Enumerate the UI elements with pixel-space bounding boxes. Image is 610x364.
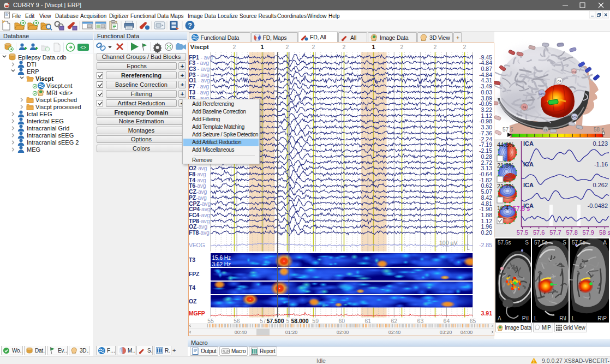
svg-text:-0.0482: -0.0482 — [588, 202, 608, 209]
svg-text:57.5: 57.5 — [517, 229, 528, 236]
svg-text:S: S — [563, 240, 566, 246]
svg-text:?: ? — [188, 22, 192, 29]
svg-text:L: L — [572, 315, 575, 321]
svg-text:57.5s: 57.5s — [534, 240, 547, 246]
svg-text:P4: P4 — [523, 106, 527, 109]
svg-text:A: A — [498, 315, 501, 321]
svg-text:12.4: 12.4 — [497, 205, 509, 211]
svg-text:Viscpt.cnt: Viscpt.cnt — [46, 82, 73, 89]
svg-text:57.9: 57.9 — [583, 229, 594, 236]
svg-text:2: 2 — [400, 43, 403, 50]
svg-text:1: 1 — [372, 43, 375, 50]
svg-text:ICA: ICA — [523, 140, 534, 147]
svg-text:57.6: 57.6 — [533, 229, 545, 236]
svg-text:FC4: FC4 — [572, 116, 577, 119]
svg-text:0.262: 0.262 — [593, 182, 608, 188]
svg-text:3.62 Hz: 3.62 Hz — [212, 261, 230, 267]
svg-text:Intracranial sEEG 2: Intracranial sEEG 2 — [27, 139, 79, 146]
svg-text:57.5: 57.5 — [503, 127, 513, 133]
svg-text:ICA: ICA — [523, 182, 534, 188]
svg-text:Intracranial sEEG: Intracranial sEEG — [27, 132, 74, 139]
svg-text:58 s: 58 s — [594, 127, 604, 133]
svg-text:ICA: ICA — [523, 202, 534, 209]
svg-text:Viscpt: Viscpt — [35, 75, 53, 82]
svg-text:57.5s: 57.5s — [572, 240, 585, 246]
svg-text:Epilepsy Data.cdb: Epilepsy Data.cdb — [18, 54, 67, 61]
svg-text:2: 2 — [342, 43, 345, 50]
svg-text:58 s: 58 s — [599, 229, 610, 236]
svg-text:100 µV: 100 µV — [439, 239, 458, 246]
svg-text:02:40: 02:40 — [388, 330, 400, 335]
svg-text:21.2%: 21.2% — [497, 183, 514, 189]
svg-text:Viscpt: Viscpt — [190, 43, 208, 50]
svg-text:CP4: CP4 — [539, 92, 545, 96]
svg-text:57.5s: 57.5s — [498, 240, 511, 246]
svg-text:MRI <dir>: MRI <dir> — [46, 89, 73, 96]
svg-text:Ictal EEG: Ictal EEG — [27, 111, 52, 117]
svg-text:T6: T6 — [544, 128, 547, 132]
svg-text:Viscpt processed: Viscpt processed — [35, 104, 81, 110]
svg-text:57.8: 57.8 — [566, 229, 577, 236]
svg-text:04:00: 04:00 — [460, 330, 473, 335]
svg-text:57.7: 57.7 — [549, 229, 561, 236]
svg-text:-1.16: -1.16 — [594, 161, 608, 168]
svg-text:<>: <> — [80, 45, 86, 51]
svg-text:C4: C4 — [557, 80, 561, 83]
svg-text:2: 2 — [312, 43, 315, 50]
svg-text:21.8%: 21.8% — [497, 162, 514, 169]
svg-text:03:20: 03:20 — [439, 330, 452, 335]
svg-text:Interictal EEG: Interictal EEG — [27, 118, 64, 124]
svg-text:2: 2 — [463, 43, 466, 50]
svg-text:S: S — [525, 240, 529, 246]
svg-text:01:20: 01:20 — [285, 330, 297, 335]
svg-text:MEG: MEG — [27, 146, 40, 153]
svg-text:Intracranial Grid: Intracranial Grid — [27, 125, 69, 132]
svg-text:R\P: R\P — [597, 315, 607, 321]
svg-text:2: 2 — [232, 43, 236, 50]
svg-text:0.123: 0.123 — [593, 140, 608, 147]
svg-text:Viscpt Epoched: Viscpt Epoched — [35, 97, 77, 103]
svg-text:DTI: DTI — [27, 61, 37, 68]
svg-text:P\I: P\I — [522, 315, 529, 321]
svg-text:ICA: ICA — [523, 161, 534, 168]
svg-text:00:40: 00:40 — [234, 330, 247, 335]
svg-text:02:00: 02:00 — [336, 330, 349, 335]
svg-text:2: 2 — [285, 43, 289, 50]
svg-text:2: 2 — [433, 43, 436, 50]
svg-text:C4: C4 — [572, 70, 576, 74]
svg-text:ERP: ERP — [27, 68, 39, 75]
svg-text:A: A — [603, 240, 607, 246]
svg-text:44.6%: 44.6% — [497, 141, 514, 148]
svg-text:R\I: R\I — [559, 315, 566, 321]
svg-text:L: L — [534, 315, 537, 321]
svg-text:1: 1 — [260, 43, 264, 50]
svg-text:15.6 Hz: 15.6 Hz — [212, 254, 230, 260]
